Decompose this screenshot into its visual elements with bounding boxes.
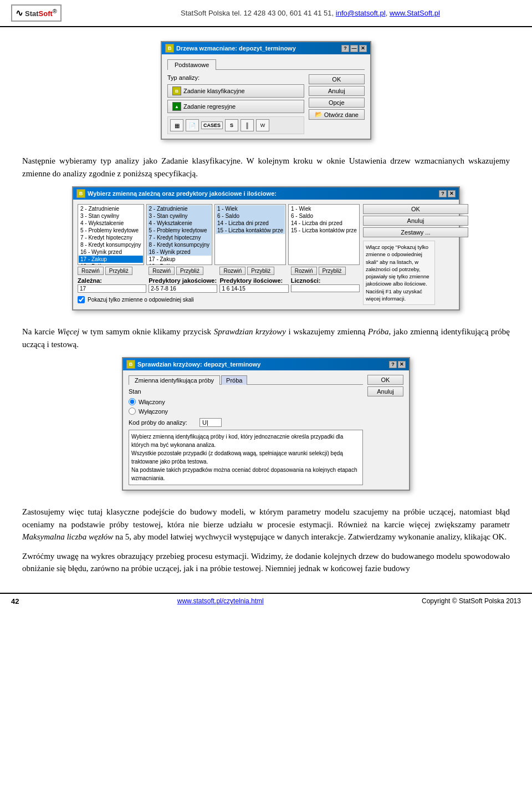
val-pred-il: 1 6 14-15 — [219, 284, 288, 293]
footer-copyright: Copyright © StatSoft Polska 2013 — [422, 597, 521, 605]
maximize-btn[interactable]: — — [350, 45, 358, 52]
list-item[interactable]: 2 - Zatrudnienie — [79, 205, 143, 212]
btn-anuluj-d3[interactable]: Anuluj — [367, 386, 403, 396]
btn-otworz-d1[interactable]: 📂 Otwórz dane — [309, 109, 365, 120]
dialog2-lists-row: 2 - Zatrudnienie 3 - Stan cywilny 4 - Wy… — [78, 204, 360, 265]
btn-rozwin2[interactable]: Rozwiń — [149, 267, 175, 275]
btn-ok-d3[interactable]: OK — [367, 375, 403, 385]
dialog1-icon: B — [165, 44, 174, 53]
btn-rozwin3[interactable]: Rozwiń — [219, 267, 245, 275]
btn-rozwin4[interactable]: Rozwiń — [291, 267, 317, 275]
checkbox-skala[interactable] — [78, 296, 85, 303]
phone-text: tel. 12 428 43 00, 601 41 41 51, — [232, 9, 334, 17]
listbox-col3[interactable]: 1 - Wiek 6 - Saldo 14 - Liczba dni przed… — [214, 204, 286, 265]
dialog1-titlebar: B Drzewa wzmacniane: depozyt_terminowy ?… — [162, 42, 370, 54]
kod-input[interactable]: U| — [200, 418, 222, 427]
main-content: B Drzewa wzmacniane: depozyt_terminowy ?… — [0, 27, 532, 593]
toolbar-icon-bar[interactable]: ║ — [241, 119, 254, 131]
para3-maxwezly: Maksymalna liczba węzłów — [22, 532, 113, 541]
page-header: ∿ StatSoft® StatSoft Polska tel. 12 428 … — [0, 0, 532, 27]
dialog3-icon: B — [126, 360, 135, 369]
toolbar-icon-s[interactable]: S — [225, 119, 238, 131]
tab-zmienna-id[interactable]: Zmienna identyfikująca próby — [129, 375, 220, 385]
list-item[interactable]: 5 - Problemy kredytowe — [147, 227, 212, 234]
tab-proba-text: Próba — [226, 377, 242, 384]
btn-row-col3: Rozwiń Przybliż — [219, 267, 288, 275]
company-name: StatSoft Polska — [181, 9, 230, 17]
list-item[interactable]: 6 - Saldo — [289, 212, 359, 220]
website-link[interactable]: www.StatSoft.pl — [390, 9, 440, 17]
list-item[interactable]: 2 - Zatrudnienie — [147, 205, 212, 212]
radio-wylaczony-input[interactable] — [129, 408, 136, 415]
list-item[interactable]: 1 - Wiek — [216, 205, 285, 212]
list-item[interactable]: 14 - Liczba dni przed — [289, 220, 359, 227]
list-item[interactable]: 18 - Próba — [147, 263, 212, 265]
d3-close-btn[interactable]: ✕ — [398, 361, 406, 368]
btn-regresyjne[interactable]: ▲ Zadanie regresyjne — [167, 100, 304, 113]
label-licznosci-cell: Liczności: — [291, 277, 360, 293]
listbox-col2[interactable]: 2 - Zatrudnienie 3 - Stan cywilny 4 - Wy… — [146, 204, 213, 265]
dialog3-right-buttons: OK Anuluj — [367, 375, 403, 485]
dialog1-right-buttons: OK Anuluj Opcje 📂 Otwórz dane — [309, 74, 365, 134]
kod-label: Kod próby do analizy: — [129, 419, 195, 426]
btn-ok-d1[interactable]: OK — [309, 74, 365, 84]
minimize-btn[interactable]: ? — [341, 45, 349, 52]
list-item[interactable]: 17 - Zakup — [147, 256, 212, 263]
dialog2-window-controls: ? ✕ — [439, 190, 456, 197]
btn-row-col4: Rozwiń Przybliż — [291, 267, 360, 275]
klasyfikacyjne-icon: B — [172, 86, 181, 95]
list-item[interactable]: 4 - Wykształcenie — [79, 220, 143, 227]
list-item[interactable]: 15 - Liczba kontaktów prze — [289, 227, 359, 234]
list-col1: 2 - Zatrudnienie 3 - Stan cywilny 4 - Wy… — [78, 204, 144, 265]
btn-przybli1[interactable]: Przybliż — [105, 267, 132, 275]
list-item-selected[interactable]: 17 - Zakup — [79, 256, 143, 263]
btn-opcje-d1[interactable]: Opcje — [309, 98, 365, 108]
list-item[interactable]: 1 - Wiek — [289, 205, 359, 212]
listbox-col1[interactable]: 2 - Zatrudnienie 3 - Stan cywilny 4 - Wy… — [78, 204, 144, 265]
list-item[interactable]: 7 - Kredyt hipoteczny — [79, 234, 143, 241]
close-btn[interactable]: ✕ — [359, 45, 367, 52]
list-item[interactable]: 7 - Kredyt hipoteczny — [147, 234, 212, 241]
btn-klasyfikacyjne[interactable]: B Zadanie klasyfikacyjne — [167, 84, 304, 98]
radio-wlaczony-input[interactable] — [129, 398, 136, 405]
list-item[interactable]: 4 - Wykształcenie — [147, 220, 212, 227]
tab-podstawowe[interactable]: Podstawowe — [167, 59, 216, 70]
stan-row: Stan — [129, 388, 363, 395]
list-item[interactable]: 6 - Saldo — [216, 212, 285, 220]
dialog2-icon: B — [76, 189, 85, 198]
btn-przybli3[interactable]: Przybliż — [247, 267, 274, 275]
btn-anuluj-d2[interactable]: Anuluj — [363, 216, 468, 226]
para2-proba: Próba — [368, 327, 389, 336]
para4-text: Zwróćmy uwagę na wykres obrazujący przeb… — [22, 552, 510, 573]
list-item[interactable]: 14 - Liczba dni przed — [216, 220, 285, 227]
toolbar-icon-file[interactable]: 📄 — [186, 119, 199, 131]
list-item[interactable]: 8 - Kredyt konsumpcyjny — [147, 241, 212, 248]
toolbar-icon-grid[interactable]: ▦ — [170, 119, 183, 131]
btn-ok-d2[interactable]: OK — [363, 204, 468, 214]
btn-przybli4[interactable]: Przybliż — [319, 267, 346, 275]
d2-minimize-btn[interactable]: ? — [439, 190, 447, 197]
d3-minimize-btn[interactable]: ? — [389, 361, 397, 368]
dialog3-left: Zmienna identyfikująca próby Próba Stan — [129, 375, 363, 485]
email-link[interactable]: info@statsoft.pl — [336, 9, 386, 17]
tab-proba-value[interactable]: Próba — [221, 375, 247, 385]
footer-link[interactable]: www.statsoft.pl/czytelnia.html — [177, 597, 264, 605]
btn-anuluj-d1[interactable]: Anuluj — [309, 86, 365, 96]
list-item[interactable]: 16 - Wynik przed — [147, 248, 212, 256]
list-item[interactable]: 18 - Próba — [79, 263, 143, 265]
listbox-col4[interactable]: 1 - Wiek 6 - Saldo 14 - Liczba dni przed… — [288, 204, 360, 265]
list-col3: 1 - Wiek 6 - Saldo 14 - Liczba dni przed… — [214, 204, 286, 265]
toolbar-icon-w[interactable]: W — [256, 119, 269, 131]
btn-rozwin1[interactable]: Rozwiń — [78, 267, 104, 275]
d2-close-btn[interactable]: ✕ — [448, 190, 456, 197]
list-item[interactable]: 3 - Stan cywilny — [147, 212, 212, 220]
btn-przybli2[interactable]: Przybliż — [176, 267, 203, 275]
list-item[interactable]: 8 - Kredyt konsumpcyjny — [79, 241, 143, 248]
list-item[interactable]: 16 - Wynik przed — [79, 248, 143, 256]
btn-zestawy-d2[interactable]: Zestawy ... — [363, 227, 468, 237]
list-item[interactable]: 5 - Problemy kredytowe — [79, 227, 143, 234]
list-item[interactable]: 15 - Liczba kontaktów prze — [216, 227, 285, 234]
stan-label: Stan — [129, 388, 195, 395]
list-item[interactable]: 3 - Stan cywilny — [79, 212, 143, 220]
radio-group-stan: Włączony Wyłączony — [129, 398, 363, 415]
